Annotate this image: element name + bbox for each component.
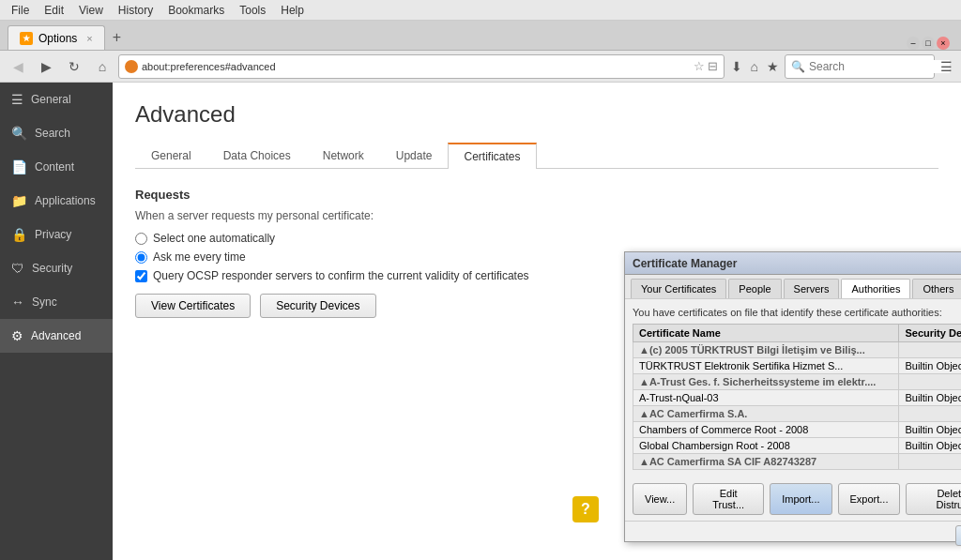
sidebar-item-privacy[interactable]: 🔒 Privacy <box>0 218 113 251</box>
radio-auto: Select one automatically <box>135 232 938 245</box>
cert-manager-dialog: Certificate Manager × Your Certificates … <box>624 251 961 542</box>
forward-button[interactable]: ▶ <box>34 54 58 79</box>
sidebar-item-search[interactable]: 🔍 Search <box>0 116 113 150</box>
url-icons: ☆ ⊟ <box>694 59 718 73</box>
menu-help[interactable]: Help <box>273 2 312 19</box>
cert-tab-people[interactable]: People <box>728 279 781 298</box>
tab-update[interactable]: Update <box>380 143 449 169</box>
browser-tab[interactable]: ★ Options × <box>8 25 105 50</box>
sidebar-label-search: Search <box>35 127 70 140</box>
security-devices-button[interactable]: Security Devices <box>260 294 375 318</box>
minimize-button[interactable]: – <box>907 37 920 50</box>
downloads-icon[interactable]: ⬇ <box>728 56 745 77</box>
search-input[interactable] <box>809 60 950 73</box>
cert-device-cell <box>899 374 961 390</box>
cert-device-cell <box>899 406 961 422</box>
cert-tab-your-certificates[interactable]: Your Certificates <box>631 279 726 298</box>
cert-device-cell <box>899 454 961 470</box>
tab-general[interactable]: General <box>135 143 207 169</box>
sidebar-item-content[interactable]: 📄 Content <box>0 150 113 184</box>
tab-close-button[interactable]: × <box>86 33 92 44</box>
sidebar-label-applications: Applications <box>35 194 96 207</box>
menu-tools[interactable]: Tools <box>232 2 273 19</box>
tab-title: Options <box>38 32 77 45</box>
cert-name-cell: ▲A-Trust Ges. f. Sicherheitssysteme im e… <box>633 374 899 390</box>
cert-actions: View... Edit Trust... Import... Export..… <box>625 477 961 521</box>
cert-device-cell: Builtin Object Token <box>899 358 961 374</box>
new-tab-button[interactable]: + <box>105 25 129 50</box>
view-button[interactable]: View... <box>633 483 687 515</box>
cert-table: Certificate Name Security Device ▲(c) 20… <box>633 324 961 470</box>
menu-history[interactable]: History <box>111 2 160 19</box>
sidebar-label-content: Content <box>35 160 74 174</box>
cert-device-cell: Builtin Object Token <box>899 390 961 406</box>
menu-view[interactable]: View <box>71 2 111 19</box>
sidebar-item-security[interactable]: 🛡 Security <box>0 251 113 285</box>
section-title: Requests <box>135 188 938 202</box>
privacy-icon: 🔒 <box>11 227 27 242</box>
cert-tab-others[interactable]: Others <box>912 279 961 298</box>
cert-desc: You have certificates on file that ident… <box>633 307 961 318</box>
sidebar-item-general[interactable]: ☰ General <box>0 83 113 116</box>
menubar: File Edit View History Bookmarks Tools H… <box>0 0 961 21</box>
sidebar-label-sync: Sync <box>32 295 57 309</box>
cert-name-cell: TÜRKTRUST Elektronik Sertifika Hizmet S.… <box>633 358 899 374</box>
menu-edit[interactable]: Edit <box>37 2 71 19</box>
sidebar-item-advanced[interactable]: ⚙ Advanced <box>0 319 113 353</box>
help-icon[interactable]: ? <box>572 496 599 522</box>
menu-file[interactable]: File <box>4 2 37 19</box>
menu-icon[interactable]: ☰ <box>938 56 955 77</box>
refresh-button[interactable]: ↻ <box>62 54 86 79</box>
close-button[interactable]: × <box>937 37 950 50</box>
cert-tab-authorities[interactable]: Authorities <box>841 279 910 298</box>
sidebar-item-applications[interactable]: 📁 Applications <box>0 184 113 218</box>
bookmark-star-icon[interactable]: ☆ <box>694 59 705 73</box>
home-button[interactable]: ⌂ <box>90 54 114 79</box>
search-box[interactable]: 🔍 <box>785 54 935 79</box>
view-certificates-button[interactable]: View Certificates <box>135 294 251 318</box>
import-button[interactable]: Import... <box>770 483 831 515</box>
menu-bookmarks[interactable]: Bookmarks <box>160 2 232 19</box>
toolbar-right: ⬇ ⌂ ★ 🔍 ☰ <box>728 54 955 79</box>
tab-network[interactable]: Network <box>307 143 380 169</box>
cert-title-bar: Certificate Manager × <box>625 252 961 275</box>
reader-mode-icon[interactable]: ⊟ <box>708 59 718 73</box>
back-button[interactable]: ◀ <box>6 54 30 79</box>
sidebar-item-sync[interactable]: ↔ Sync <box>0 285 113 319</box>
window-controls: – □ × <box>903 37 953 50</box>
sidebar-label-privacy: Privacy <box>35 228 71 241</box>
cert-device-cell <box>899 342 961 358</box>
url-text: about:preferences#advanced <box>142 61 690 72</box>
home-toolbar-icon[interactable]: ⌂ <box>748 56 761 77</box>
checkbox-ocsp-label: Query OCSP responder servers to confirm … <box>153 269 529 282</box>
security-icon: 🛡 <box>11 261 24 276</box>
tab-data-choices[interactable]: Data Choices <box>207 143 307 169</box>
content-area: Advanced General Data Choices Network Up… <box>113 83 961 560</box>
content-icon: 📄 <box>11 159 27 174</box>
bookmark-icon[interactable]: ★ <box>764 56 782 77</box>
sidebar: ☰ General 🔍 Search 📄 Content 📁 Applicati… <box>0 83 113 560</box>
applications-icon: 📁 <box>11 193 27 208</box>
cert-name-cell: ▲AC Camerfirma S.A. <box>633 406 899 422</box>
radio-ask-input[interactable] <box>135 251 147 264</box>
radio-auto-label: Select one automatically <box>153 232 275 245</box>
cert-device-cell: Builtin Object Token <box>899 438 961 454</box>
tab-certificates[interactable]: Certificates <box>448 143 536 169</box>
toolbar: ◀ ▶ ↻ ⌂ about:preferences#advanced ☆ ⊟ ⬇… <box>0 51 961 83</box>
cert-name-cell: A-Trust-nQual-03 <box>633 390 899 406</box>
checkbox-ocsp-input[interactable] <box>135 270 147 282</box>
cert-tab-servers[interactable]: Servers <box>784 279 840 298</box>
maximize-button[interactable]: □ <box>922 37 935 50</box>
cert-name-cell: ▲AC Camerfirma SA CIF A82743287 <box>633 454 899 470</box>
cert-name-cell: Chambers of Commerce Root - 2008 <box>633 422 899 438</box>
radio-auto-input[interactable] <box>135 233 147 245</box>
export-button[interactable]: Export... <box>838 483 901 515</box>
delete-distrust-button[interactable]: Delete or Distrust... <box>906 483 961 515</box>
search-icon: 🔍 <box>791 60 805 73</box>
edit-trust-button[interactable]: Edit Trust... <box>693 483 764 515</box>
url-bar[interactable]: about:preferences#advanced ☆ ⊟ <box>118 54 725 79</box>
sidebar-label-advanced: Advanced <box>31 329 81 342</box>
cert-ok-button[interactable]: OK <box>955 525 961 546</box>
radio-ask-label: Ask me every time <box>153 250 246 264</box>
tab-favicon: ★ <box>20 32 33 45</box>
